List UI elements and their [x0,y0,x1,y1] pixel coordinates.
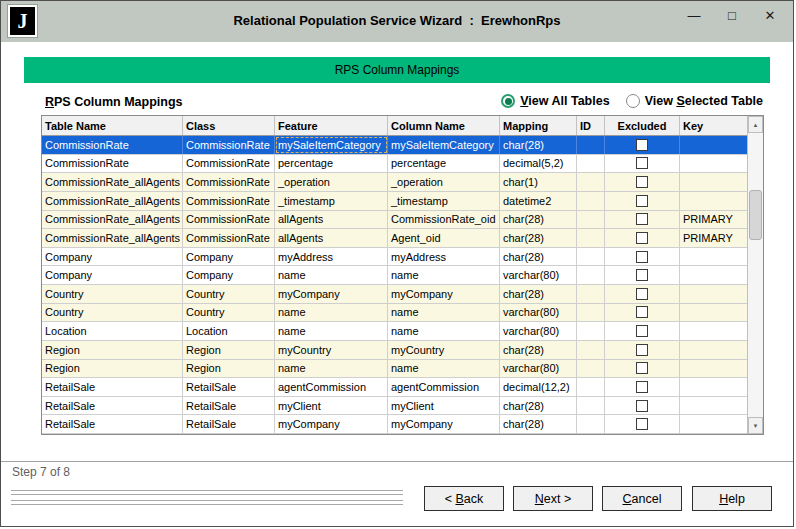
column-header-id[interactable]: ID [577,116,605,135]
cell-feature: percentage [275,155,388,173]
table-row[interactable]: CommissionRate_allAgentsCommissionRate_t… [42,192,749,211]
scrollbar-thumb[interactable] [749,190,762,240]
cell-feature: myCompany [275,285,388,303]
cell-class: CommissionRate [183,229,275,247]
cell-id [577,136,605,154]
column-header-feature[interactable]: Feature [275,116,388,135]
cell-key [680,397,749,415]
cell-table-name: RetailSale [42,415,183,433]
excluded-checkbox[interactable] [636,157,648,169]
table-row[interactable]: CommissionRate_allAgentsCommissionRateal… [42,211,749,230]
cell-id [577,192,605,210]
excluded-checkbox[interactable] [636,344,648,356]
excluded-checkbox[interactable] [636,232,648,244]
cell-key [680,415,749,433]
column-header-table-name[interactable]: Table Name [42,116,183,135]
maximize-icon[interactable]: □ [725,8,739,23]
excluded-checkbox[interactable] [636,251,648,263]
cell-mapping: varchar(80) [500,304,577,322]
cell-column-name: _timestamp [388,192,500,210]
cell-id [577,415,605,433]
excluded-checkbox[interactable] [636,139,648,151]
table-row[interactable]: RetailSaleRetailSaleagentCommissionagent… [42,378,749,397]
cell-class: CommissionRate [183,211,275,229]
column-header-key[interactable]: Key [680,116,749,135]
cell-class: CommissionRate [183,136,275,154]
excluded-checkbox[interactable] [636,269,648,281]
cell-column-name: myCountry [388,341,500,359]
excluded-checkbox[interactable] [636,213,648,225]
cell-id [577,211,605,229]
scroll-down-icon[interactable]: ▼ [748,417,763,434]
cell-column-name: myClient [388,397,500,415]
cell-class: CommissionRate [183,155,275,173]
cell-key [680,248,749,266]
cell-mapping: char(28) [500,397,577,415]
cell-excluded [605,229,680,247]
radio-button-icon[interactable] [626,94,640,108]
cell-table-name: CommissionRate [42,136,183,154]
column-header-excluded[interactable]: Excluded [605,116,680,135]
excluded-checkbox[interactable] [636,362,648,374]
table-row[interactable]: CountryCountrynamenamevarchar(80) [42,304,749,323]
table-row[interactable]: RetailSaleRetailSalemyClientmyClientchar… [42,397,749,416]
column-header-class[interactable]: Class [183,116,275,135]
step-indicator: Step 7 of 8 [12,465,70,479]
cell-excluded [605,211,680,229]
table-row[interactable]: CommissionRateCommissionRatepercentagepe… [42,155,749,174]
cell-key [680,341,749,359]
cell-column-name: agentCommission [388,378,500,396]
excluded-checkbox[interactable] [636,306,648,318]
excluded-checkbox[interactable] [636,400,648,412]
column-header-mapping[interactable]: Mapping [500,116,577,135]
help-button[interactable]: Help [692,486,772,511]
column-header-column-name[interactable]: Column Name [388,116,500,135]
table-row[interactable]: CommissionRate_allAgentsCommissionRateal… [42,229,749,248]
cell-excluded [605,360,680,378]
next-button[interactable]: Next > [513,486,593,511]
table-row[interactable]: RetailSaleRetailSalemyCompanymyCompanych… [42,415,749,434]
cell-mapping: decimal(12,2) [500,378,577,396]
excluded-checkbox[interactable] [636,288,648,300]
cell-feature: name [275,304,388,322]
excluded-checkbox[interactable] [636,195,648,207]
table-row[interactable]: CountryCountrymyCompanymyCompanychar(28) [42,285,749,304]
excluded-checkbox[interactable] [636,176,648,188]
cell-column-name: _operation [388,173,500,191]
cell-mapping: char(28) [500,136,577,154]
table-row[interactable]: CommissionRate_allAgentsCommissionRate_o… [42,173,749,192]
cell-table-name: Company [42,248,183,266]
cell-table-name: CommissionRate_allAgents [42,192,183,210]
cell-feature: myClient [275,397,388,415]
cell-id [577,285,605,303]
table-row[interactable]: CommissionRateCommissionRatemySaleItemCa… [42,136,749,155]
cell-column-name: percentage [388,155,500,173]
close-icon[interactable]: ✕ [763,8,777,23]
table-row[interactable]: CompanyCompanymyAddressmyAddresschar(28) [42,248,749,267]
cell-table-name: Region [42,360,183,378]
cell-column-name: Agent_oid [388,229,500,247]
cell-key [680,304,749,322]
excluded-checkbox[interactable] [636,418,648,430]
vertical-scrollbar[interactable]: ▲ ▼ [747,116,763,434]
table-row[interactable]: LocationLocationnamenamevarchar(80) [42,322,749,341]
table-row[interactable]: RegionRegionmyCountrymyCountrychar(28) [42,341,749,360]
cancel-button[interactable]: Cancel [602,486,682,511]
cell-id [577,173,605,191]
cell-table-name: CommissionRate_allAgents [42,229,183,247]
radio-view-all-tables[interactable]: View All Tables [501,94,609,108]
excluded-checkbox[interactable] [636,325,648,337]
radio-view-selected-table[interactable]: View Selected Table [626,94,763,108]
excluded-checkbox[interactable] [636,381,648,393]
minimize-icon[interactable]: — [687,8,701,23]
table-row[interactable]: CompanyCompanynamenamevarchar(80) [42,266,749,285]
table-row[interactable]: RegionRegionnamenamevarchar(80) [42,360,749,379]
cell-feature: name [275,322,388,340]
cell-id [577,155,605,173]
cell-column-name: mySaleItemCategory [388,136,500,154]
scroll-up-icon[interactable]: ▲ [748,116,763,133]
cell-key [680,266,749,284]
radio-button-icon[interactable] [501,94,515,108]
back-button[interactable]: < Back [424,486,504,511]
cell-feature: myCompany [275,415,388,433]
